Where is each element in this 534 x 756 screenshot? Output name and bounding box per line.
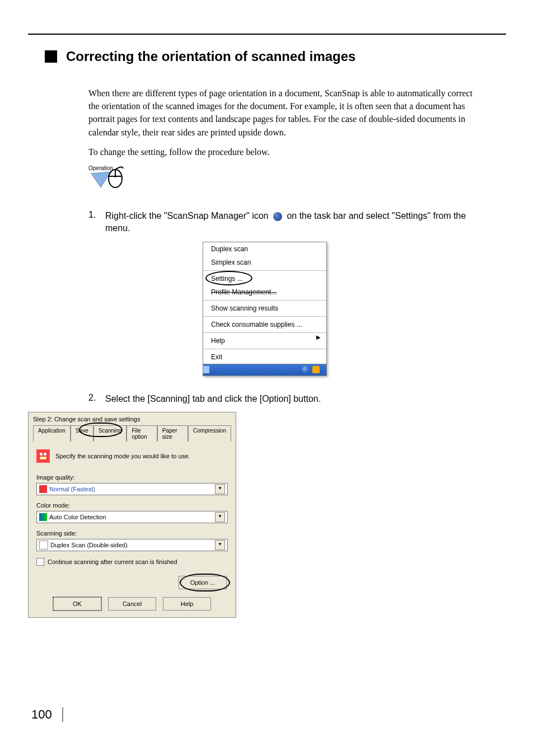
step-number-2: 2.: [88, 393, 105, 405]
taskbar-corner: [203, 364, 326, 375]
tab-compression[interactable]: Compression: [188, 425, 231, 442]
menu-settings[interactable]: Settings ...: [203, 272, 326, 285]
horizontal-rule: [28, 34, 506, 35]
page-number: 100: [31, 707, 52, 722]
intro-paragraph: When there are different types of page o…: [88, 87, 484, 139]
tray-icon[interactable]: [312, 366, 320, 373]
ok-button[interactable]: OK: [53, 597, 101, 611]
tab-scanning[interactable]: Scanning: [93, 425, 127, 442]
settings-dialog: Step 2: Change scan and save settings Ap…: [28, 412, 236, 618]
image-quality-select[interactable]: Normal (Fastest) ▼: [36, 483, 228, 495]
menu-check-consumable-supplies[interactable]: Check consumable supplies ...: [203, 318, 326, 331]
scanning-side-icon: [39, 541, 48, 550]
dropdown-arrow-icon[interactable]: ▼: [215, 540, 225, 550]
scan-mode-icon: [36, 449, 50, 463]
submenu-arrow-icon: ▶: [316, 334, 321, 340]
svg-marker-0: [91, 172, 111, 187]
scanning-side-label: Scanning side:: [36, 530, 228, 537]
step-2-text: Select the [Scanning] tab and click the …: [105, 393, 484, 405]
image-quality-icon: [39, 485, 47, 493]
tray-scansnap-icon[interactable]: [302, 366, 310, 373]
menu-help[interactable]: Help ▶: [203, 334, 326, 348]
image-quality-value: Normal (Fastest): [49, 486, 95, 492]
cancel-button[interactable]: Cancel: [108, 597, 156, 611]
step-1-text-a: Right-click the "ScanSnap Manager" icon: [105, 211, 269, 220]
menu-show-scanning-results[interactable]: Show scanning results: [203, 302, 326, 315]
color-mode-label: Color mode:: [36, 502, 228, 509]
step-1-text: Right-click the "ScanSnap Manager" icon …: [105, 210, 484, 235]
image-quality-label: Image quality:: [36, 474, 228, 481]
help-button[interactable]: Help: [163, 597, 211, 611]
scanning-side-select[interactable]: Duplex Scan (Double-sided) ▼: [36, 539, 228, 551]
menu-profile-management[interactable]: Profile Management...: [203, 285, 326, 299]
section-bullet-icon: [45, 50, 57, 63]
color-mode-select[interactable]: Auto Color Detection ▼: [36, 511, 228, 523]
operation-icon: Operation: [88, 165, 128, 193]
svg-rect-6: [44, 453, 46, 456]
option-button[interactable]: Option ...: [179, 576, 227, 589]
dropdown-arrow-icon[interactable]: ▼: [215, 512, 225, 522]
intro-paragraph-2: To change the setting, follow the proced…: [88, 145, 484, 158]
context-menu: Duplex scan Simplex scan Settings ... Pr…: [203, 242, 327, 376]
svg-rect-7: [40, 457, 46, 459]
tab-file-option[interactable]: File option: [127, 425, 157, 442]
dialog-step-label: Step 2: Change scan and save settings: [33, 416, 231, 422]
menu-duplex-scan[interactable]: Duplex scan: [203, 242, 326, 256]
dropdown-arrow-icon[interactable]: ▼: [215, 484, 225, 494]
menu-simplex-scan[interactable]: Simplex scan: [203, 256, 326, 269]
step-number-1: 1.: [88, 210, 105, 235]
page-number-divider: [62, 707, 63, 722]
continue-scanning-label: Continue scanning after current scan is …: [48, 558, 177, 565]
menu-help-label: Help: [211, 337, 225, 345]
color-mode-icon: [39, 513, 47, 521]
tab-save[interactable]: Save: [71, 425, 93, 442]
section-heading: Correcting the orientation of scanned im…: [66, 49, 355, 64]
svg-rect-5: [40, 453, 43, 456]
tab-paper-size[interactable]: Paper size: [157, 425, 188, 442]
scanning-side-value: Duplex Scan (Double-sided): [50, 542, 128, 548]
color-mode-value: Auto Color Detection: [49, 514, 106, 520]
taskbar-chevron-icon[interactable]: [203, 366, 209, 373]
scansnap-tray-icon: [273, 212, 282, 221]
tab-application[interactable]: Application: [33, 425, 71, 442]
menu-exit[interactable]: Exit: [203, 350, 326, 364]
scan-mode-note: Specify the scanning mode you would like…: [55, 453, 190, 459]
continue-scanning-checkbox[interactable]: [36, 558, 44, 566]
